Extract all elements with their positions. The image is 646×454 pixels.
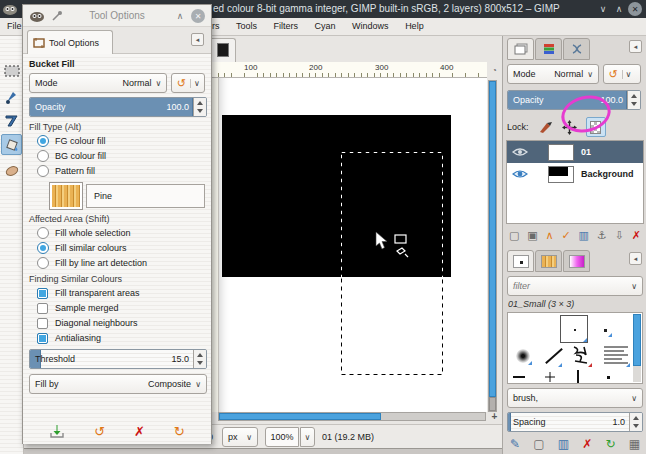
horizontal-scrollbar-thumb[interactable] — [219, 413, 381, 420]
layer-thumbnail[interactable] — [548, 144, 574, 161]
close-icon[interactable]: ✕ — [191, 9, 205, 23]
brush-cell[interactable] — [514, 347, 532, 365]
brush-grid-scrollbar[interactable] — [633, 314, 641, 382]
duplicate-layer-icon[interactable]: ▥ — [579, 229, 589, 242]
dialog-titlebar[interactable]: Tool Options ∧ ✕ — [23, 5, 211, 27]
checkbox-icon[interactable] — [37, 288, 48, 299]
save-preset-icon[interactable] — [49, 424, 65, 438]
brush-cell[interactable] — [542, 345, 562, 367]
menu-cyan[interactable]: Cyan — [308, 18, 343, 34]
restore-preset-icon[interactable]: ↺ — [94, 424, 105, 439]
zoom-level-field[interactable]: 100% — [265, 427, 299, 447]
layer-thumbnail[interactable] — [548, 166, 574, 183]
threshold-slider[interactable]: Threshold 15.0 — [29, 349, 207, 369]
vertical-scrollbar-thumb[interactable] — [489, 81, 496, 397]
menu-tools[interactable]: Tools — [229, 18, 264, 34]
delete-brush-icon[interactable]: ✗ — [582, 437, 592, 451]
menu-filters[interactable]: Filters — [267, 18, 306, 34]
antialiasing-option[interactable]: Antialiasing — [37, 331, 205, 345]
threshold-spinner[interactable] — [193, 350, 206, 368]
delete-layer-icon[interactable]: ✗ — [632, 229, 641, 242]
pattern-name-field[interactable]: Pine — [86, 184, 205, 208]
tab-gradients[interactable] — [563, 250, 590, 272]
lock-pixels-brush-icon[interactable] — [538, 120, 553, 134]
opacity-slider[interactable]: Opacity 100.0 — [29, 97, 207, 117]
menu-help[interactable]: Help — [398, 18, 431, 34]
raise-layer-icon[interactable]: ∧ — [546, 229, 554, 242]
zoom-follow-toggle-icon[interactable]: ◔ — [487, 62, 502, 78]
ink-tool-icon[interactable] — [1, 86, 22, 107]
spacing-spinner[interactable] — [629, 413, 642, 431]
brush-cell[interactable] — [512, 373, 528, 383]
bg-fill-option[interactable]: BG colour fill — [37, 149, 205, 163]
window-maximize-icon[interactable]: ∧ — [612, 2, 626, 16]
fill-transparent-option[interactable]: Fill transparent areas — [37, 286, 205, 300]
horizontal-scrollbar[interactable] — [218, 412, 486, 421]
radio-icon[interactable] — [37, 135, 49, 147]
checkbox-icon[interactable] — [37, 318, 48, 329]
reset-tool-icon[interactable]: ↻ — [174, 424, 185, 439]
tab-tool-options[interactable]: Tool Options — [27, 30, 113, 54]
brush-cell[interactable] — [600, 325, 612, 337]
checkbox-icon[interactable] — [37, 333, 48, 344]
fill-similar-colours-option[interactable]: Fill similar colours — [37, 241, 205, 255]
refresh-brushes-icon[interactable]: ↻ — [605, 437, 615, 451]
brush-cell-lines[interactable] — [602, 343, 630, 367]
opacity-spinner[interactable] — [627, 91, 640, 109]
tab-paths[interactable] — [563, 38, 590, 60]
window-close-icon[interactable]: ✕ — [628, 2, 642, 16]
delete-preset-icon[interactable]: ✗ — [134, 424, 145, 439]
edit-brush-icon[interactable]: ✎ — [510, 437, 520, 451]
vertical-ruler[interactable] — [212, 78, 219, 412]
new-group-icon[interactable]: ▣ — [527, 229, 537, 242]
checkbox-icon[interactable] — [37, 303, 48, 314]
mode-reset-button[interactable]: ↺ ∨ — [171, 73, 205, 93]
tab-brushes[interactable] — [507, 250, 534, 272]
tab-channels[interactable] — [535, 38, 562, 60]
new-brush-icon[interactable]: ▢ — [533, 437, 544, 451]
fill-by-select[interactable]: Fill by Composite ∨ — [29, 374, 207, 394]
vertical-scrollbar[interactable] — [488, 80, 497, 412]
open-as-image-icon[interactable]: ▦ — [629, 437, 640, 451]
dock-menu-icon[interactable]: ◂ — [629, 252, 642, 265]
black-layer-region[interactable] — [222, 115, 451, 277]
pattern-preview-button[interactable] — [49, 182, 83, 210]
menu-windows[interactable]: Windows — [345, 18, 396, 34]
radio-icon[interactable] — [37, 150, 49, 162]
radio-icon[interactable] — [37, 242, 49, 254]
tab-patterns[interactable] — [535, 250, 562, 272]
lock-alpha-button[interactable] — [586, 117, 606, 137]
pattern-fill-option[interactable]: Pattern fill — [37, 164, 205, 178]
spacing-slider[interactable]: Spacing 1.0 — [507, 412, 643, 432]
visibility-eye-icon[interactable] — [512, 168, 528, 180]
fill-line-art-option[interactable]: Fill by line art detection — [37, 256, 205, 270]
new-layer-icon[interactable]: ▢ — [509, 229, 519, 242]
canvas-navigation-icon[interactable]: + — [487, 411, 502, 422]
visibility-eye-icon[interactable] — [512, 146, 528, 158]
anchor-layer-icon[interactable]: ⚓ — [597, 229, 607, 242]
duplicate-brush-icon[interactable]: ▥ — [558, 437, 569, 451]
radio-icon[interactable] — [37, 227, 49, 239]
lock-position-move-icon[interactable] — [562, 120, 577, 135]
brush-cell[interactable] — [574, 369, 582, 385]
fill-whole-selection-option[interactable]: Fill whole selection — [37, 226, 205, 240]
diagonal-neighbours-option[interactable]: Diagonal neighbours — [37, 316, 205, 330]
unit-select[interactable]: px ∨ — [222, 427, 258, 447]
brush-cell[interactable] — [544, 371, 556, 383]
brush-cell[interactable] — [604, 373, 614, 383]
tab-menu-icon[interactable]: ◂ — [191, 33, 204, 46]
sample-merged-option[interactable]: Sample merged — [37, 301, 205, 315]
smudge-tool-icon[interactable] — [1, 160, 22, 181]
brush-cell-calligraphy[interactable] — [570, 343, 592, 367]
dock-menu-icon[interactable]: ◂ — [629, 40, 642, 53]
layer-row-01[interactable]: 01 — [507, 141, 643, 163]
merge-down-icon[interactable]: ⇩ — [615, 229, 624, 242]
tab-layers[interactable] — [507, 38, 534, 60]
layer-row-background[interactable]: Background — [507, 163, 643, 185]
radio-icon[interactable] — [37, 257, 49, 269]
transform-tool-icon[interactable] — [1, 110, 22, 131]
layer-mode-select[interactable]: Mode Normal ∨ — [507, 64, 599, 84]
window-minimize-icon[interactable]: ∨ — [596, 2, 610, 16]
brush-cell-selected[interactable] — [560, 315, 588, 343]
brush-combo[interactable]: brush, ∨ — [507, 388, 643, 408]
